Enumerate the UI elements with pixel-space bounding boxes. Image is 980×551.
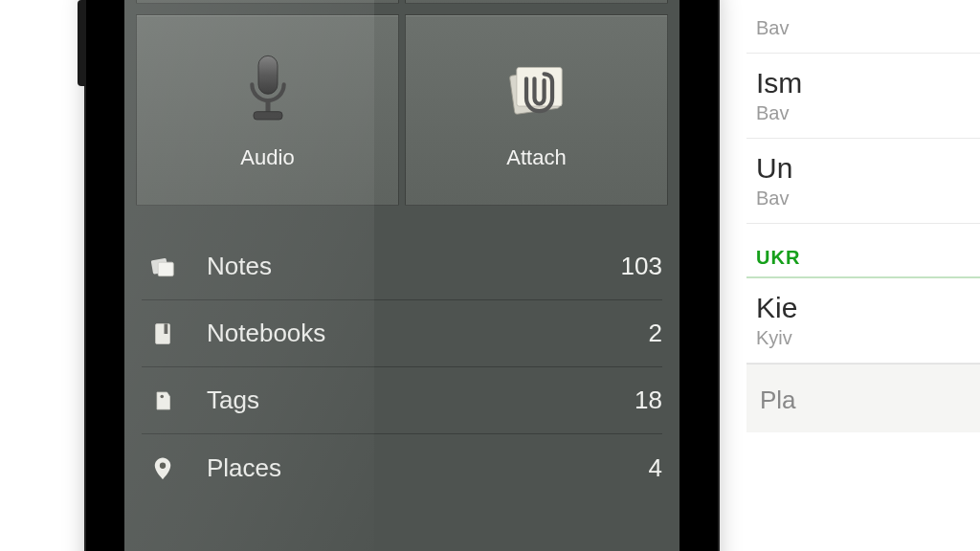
list-section-header: UKR [746, 224, 980, 278]
places-icon [142, 453, 184, 482]
nav-label: Notes [207, 252, 621, 281]
list-item-title: Kie [756, 292, 980, 323]
nav-item-notebooks[interactable]: Notebooks 2 [142, 300, 662, 367]
nav-label: Notebooks [207, 319, 649, 348]
svg-rect-6 [158, 262, 173, 276]
svg-rect-4 [516, 68, 561, 107]
snapshot-button[interactable]: Snapshot [405, 0, 668, 4]
list-item-sub: Kyiv [756, 327, 980, 349]
tag-icon [142, 386, 184, 415]
tile-label: Attach [506, 145, 566, 170]
nav-list: Notes 103 Notebooks 2 [124, 233, 679, 501]
microphone-icon [227, 50, 309, 132]
list-item-sub: Bav [756, 102, 980, 124]
attach-icon [496, 50, 578, 132]
phone-side-button [78, 0, 86, 86]
quick-action-grid: New note Snapshot [124, 0, 679, 210]
nav-label: Tags [207, 386, 635, 415]
phone-screen: New note Snapshot [124, 0, 679, 551]
svg-point-10 [160, 463, 166, 469]
nav-count: 18 [635, 386, 662, 415]
nav-item-notes[interactable]: Notes 103 [142, 233, 662, 300]
new-note-button[interactable]: New note [136, 0, 399, 4]
notebook-icon [142, 320, 184, 348]
background-location-list: Bav Ism Bav Un Bav UKR Kie Kyiv Pla [746, 0, 980, 551]
list-item-title: Un [756, 152, 980, 184]
svg-rect-8 [165, 323, 168, 334]
nav-count: 4 [649, 453, 662, 483]
list-item-sub: Bav [756, 187, 980, 209]
places-footer[interactable]: Pla [746, 364, 980, 432]
svg-point-9 [160, 394, 164, 398]
svg-rect-0 [258, 55, 278, 94]
nav-label: Places [207, 453, 649, 483]
list-item[interactable]: Kie Kyiv [746, 278, 980, 364]
nav-item-places[interactable]: Places 4 [142, 434, 662, 501]
list-item[interactable]: Ism Bav [746, 54, 980, 139]
list-item-sub: Bav [756, 17, 980, 39]
nav-count: 2 [649, 319, 662, 348]
svg-rect-2 [254, 112, 282, 120]
list-item[interactable]: Un Bav [746, 139, 980, 224]
attach-button[interactable]: Attach [405, 14, 668, 206]
phone-frame: New note Snapshot [86, 0, 718, 551]
svg-rect-1 [265, 100, 270, 112]
audio-button[interactable]: Audio [136, 14, 399, 206]
nav-item-tags[interactable]: Tags 18 [142, 367, 662, 434]
nav-count: 103 [621, 252, 662, 281]
list-item-title: Ism [756, 67, 980, 99]
tile-label: Audio [240, 145, 294, 170]
list-item[interactable]: Bav [746, 0, 980, 54]
notes-icon [142, 252, 184, 282]
